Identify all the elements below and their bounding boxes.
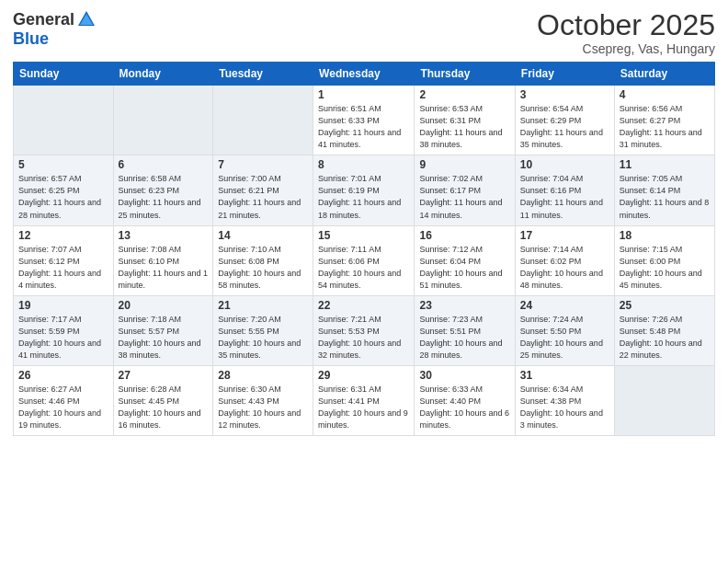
day-info: Sunrise: 7:02 AMSunset: 6:17 PMDaylight:… <box>419 173 509 221</box>
weekday-header: Thursday <box>415 63 515 86</box>
weekday-header: Monday <box>113 63 213 86</box>
sunset-text: Sunset: 6:12 PM <box>18 257 80 266</box>
day-info: Sunrise: 7:08 AMSunset: 6:10 PMDaylight:… <box>119 244 209 292</box>
weekday-header: Sunday <box>14 63 114 86</box>
sunset-text: Sunset: 5:50 PM <box>520 327 582 336</box>
day-number: 18 <box>620 229 710 242</box>
day-number: 13 <box>119 229 209 242</box>
sunset-text: Sunset: 4:41 PM <box>318 396 380 406</box>
calendar-day-cell: 26Sunrise: 6:27 AMSunset: 4:46 PMDayligh… <box>14 365 114 435</box>
day-number: 9 <box>419 158 509 171</box>
calendar-day-cell: 8Sunrise: 7:01 AMSunset: 6:19 PMDaylight… <box>313 155 415 225</box>
calendar-day-cell: 6Sunrise: 6:58 AMSunset: 6:23 PMDaylight… <box>113 155 213 225</box>
sunrise-text: Sunrise: 7:24 AM <box>520 315 584 324</box>
daylight-text: Daylight: 10 hours and 19 minutes. <box>18 408 101 430</box>
day-info: Sunrise: 7:23 AMSunset: 5:51 PMDaylight:… <box>419 314 509 362</box>
sunrise-text: Sunrise: 6:34 AM <box>520 385 584 394</box>
logo-icon <box>76 9 97 29</box>
daylight-text: Daylight: 10 hours and 3 minutes. <box>520 408 603 430</box>
daylight-text: Daylight: 11 hours and 38 minutes. <box>419 128 502 149</box>
day-info: Sunrise: 6:54 AMSunset: 6:29 PMDaylight:… <box>520 103 609 151</box>
calendar-day-cell: 5Sunrise: 6:57 AMSunset: 6:25 PMDaylight… <box>14 155 114 225</box>
calendar-day-cell: 21Sunrise: 7:20 AMSunset: 5:55 PMDayligh… <box>213 295 313 365</box>
daylight-text: Daylight: 10 hours and 38 minutes. <box>119 339 201 360</box>
day-info: Sunrise: 7:11 AMSunset: 6:06 PMDaylight:… <box>318 244 409 292</box>
sunrise-text: Sunrise: 6:53 AM <box>419 104 483 113</box>
daylight-text: Daylight: 11 hours and 31 minutes. <box>620 128 702 149</box>
day-number: 12 <box>18 229 108 242</box>
day-number: 21 <box>218 299 308 312</box>
day-number: 4 <box>620 88 710 101</box>
daylight-text: Daylight: 10 hours and 45 minutes. <box>620 269 702 290</box>
weekday-header: Saturday <box>614 63 714 86</box>
sunset-text: Sunset: 6:21 PM <box>218 186 279 195</box>
day-info: Sunrise: 6:34 AMSunset: 4:38 PMDaylight:… <box>520 384 609 431</box>
day-info: Sunrise: 6:53 AMSunset: 6:31 PMDaylight:… <box>419 103 509 151</box>
daylight-text: Daylight: 10 hours and 28 minutes. <box>419 339 502 360</box>
sunrise-text: Sunrise: 7:17 AM <box>18 315 82 324</box>
calendar-day-cell <box>213 86 313 155</box>
daylight-text: Daylight: 11 hours and 1 minute. <box>119 269 209 290</box>
calendar-day-cell: 12Sunrise: 7:07 AMSunset: 6:12 PMDayligh… <box>14 225 114 295</box>
day-number: 31 <box>520 369 609 382</box>
sunrise-text: Sunrise: 7:10 AM <box>218 245 281 254</box>
daylight-text: Daylight: 11 hours and 4 minutes. <box>18 269 101 290</box>
calendar-day-cell: 3Sunrise: 6:54 AMSunset: 6:29 PMDaylight… <box>515 86 614 155</box>
daylight-text: Daylight: 10 hours and 6 minutes. <box>419 408 509 430</box>
calendar-page: General Blue October 2025 Csepreg, Vas, … <box>0 0 728 563</box>
sunrise-text: Sunrise: 7:20 AM <box>218 315 281 324</box>
sunrise-text: Sunrise: 6:33 AM <box>419 385 483 394</box>
daylight-text: Daylight: 10 hours and 54 minutes. <box>318 269 401 290</box>
daylight-text: Daylight: 10 hours and 58 minutes. <box>218 269 301 290</box>
sunset-text: Sunset: 5:51 PM <box>419 327 481 336</box>
calendar-week-row: 5Sunrise: 6:57 AMSunset: 6:25 PMDaylight… <box>14 155 715 225</box>
day-number: 2 <box>419 88 509 101</box>
sunset-text: Sunset: 6:06 PM <box>318 257 380 266</box>
sunrise-text: Sunrise: 6:54 AM <box>520 104 584 113</box>
calendar-week-row: 26Sunrise: 6:27 AMSunset: 4:46 PMDayligh… <box>14 365 715 435</box>
day-info: Sunrise: 7:18 AMSunset: 5:57 PMDaylight:… <box>119 314 209 362</box>
daylight-text: Daylight: 11 hours and 28 minutes. <box>18 198 101 219</box>
sunrise-text: Sunrise: 6:30 AM <box>218 385 281 394</box>
sunrise-text: Sunrise: 6:31 AM <box>318 385 381 394</box>
day-info: Sunrise: 6:33 AMSunset: 4:40 PMDaylight:… <box>419 384 509 431</box>
day-info: Sunrise: 6:28 AMSunset: 4:45 PMDaylight:… <box>119 384 209 431</box>
sunset-text: Sunset: 5:59 PM <box>18 327 80 336</box>
calendar-day-cell: 17Sunrise: 7:14 AMSunset: 6:02 PMDayligh… <box>515 225 614 295</box>
location-title: Csepreg, Vas, Hungary <box>537 41 715 56</box>
day-number: 6 <box>119 158 209 171</box>
calendar-day-cell: 18Sunrise: 7:15 AMSunset: 6:00 PMDayligh… <box>614 225 714 295</box>
calendar-day-cell: 14Sunrise: 7:10 AMSunset: 6:08 PMDayligh… <box>213 225 313 295</box>
day-number: 22 <box>318 299 409 312</box>
daylight-text: Daylight: 10 hours and 12 minutes. <box>218 408 301 430</box>
sunset-text: Sunset: 6:19 PM <box>318 186 380 195</box>
sunset-text: Sunset: 6:16 PM <box>520 186 582 195</box>
calendar-day-cell: 2Sunrise: 6:53 AMSunset: 6:31 PMDaylight… <box>415 86 515 155</box>
daylight-text: Daylight: 10 hours and 51 minutes. <box>419 269 502 290</box>
day-info: Sunrise: 7:24 AMSunset: 5:50 PMDaylight:… <box>520 314 609 362</box>
day-number: 8 <box>318 158 409 171</box>
sunset-text: Sunset: 5:48 PM <box>620 327 681 336</box>
calendar-day-cell: 24Sunrise: 7:24 AMSunset: 5:50 PMDayligh… <box>515 295 614 365</box>
daylight-text: Daylight: 10 hours and 16 minutes. <box>119 408 201 430</box>
sunrise-text: Sunrise: 7:08 AM <box>119 245 182 254</box>
sunrise-text: Sunrise: 7:05 AM <box>620 174 683 183</box>
daylight-text: Daylight: 11 hours and 14 minutes. <box>419 198 502 219</box>
day-info: Sunrise: 6:56 AMSunset: 6:27 PMDaylight:… <box>620 103 710 151</box>
sunset-text: Sunset: 6:04 PM <box>419 257 481 266</box>
day-number: 27 <box>119 369 209 382</box>
calendar-day-cell: 4Sunrise: 6:56 AMSunset: 6:27 PMDaylight… <box>614 86 714 155</box>
calendar-day-cell: 31Sunrise: 6:34 AMSunset: 4:38 PMDayligh… <box>515 365 614 435</box>
day-number: 14 <box>218 229 308 242</box>
day-info: Sunrise: 7:00 AMSunset: 6:21 PMDaylight:… <box>218 173 308 221</box>
weekday-header: Tuesday <box>213 63 313 86</box>
weekday-header: Friday <box>515 63 614 86</box>
calendar-day-cell: 25Sunrise: 7:26 AMSunset: 5:48 PMDayligh… <box>614 295 714 365</box>
calendar-day-cell <box>113 86 213 155</box>
sunset-text: Sunset: 6:17 PM <box>419 186 481 195</box>
day-number: 29 <box>318 369 409 382</box>
daylight-text: Daylight: 11 hours and 35 minutes. <box>520 128 603 149</box>
calendar-day-cell: 19Sunrise: 7:17 AMSunset: 5:59 PMDayligh… <box>14 295 114 365</box>
day-info: Sunrise: 7:12 AMSunset: 6:04 PMDaylight:… <box>419 244 509 292</box>
day-info: Sunrise: 7:05 AMSunset: 6:14 PMDaylight:… <box>620 173 710 221</box>
